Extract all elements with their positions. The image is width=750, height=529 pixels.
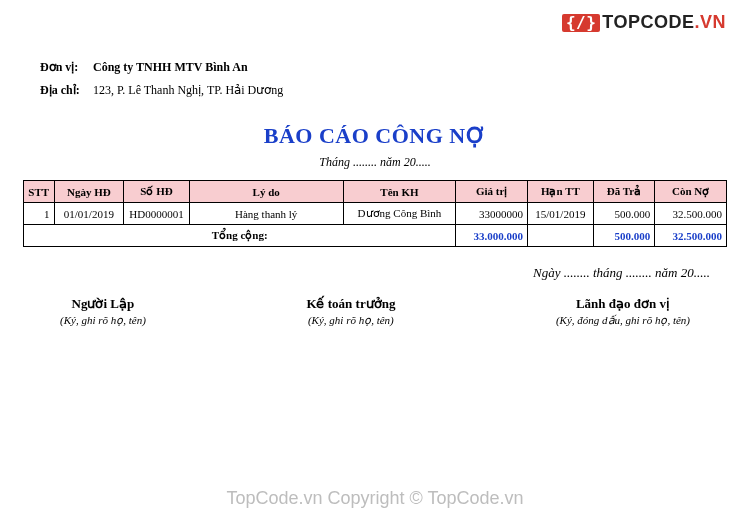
signature-center-role: Kế toán trưởng bbox=[306, 296, 395, 312]
col-da-tra: Đã Trả bbox=[593, 181, 655, 203]
total-han-tt bbox=[528, 225, 594, 247]
unit-label: Đơn vị: bbox=[40, 60, 90, 75]
cell-so-hd: HD0000001 bbox=[124, 203, 190, 225]
signature-right: Lãnh đạo đơn vị (Ký, đóng dấu, ghi rõ họ… bbox=[556, 296, 690, 327]
debt-table: STT Ngày HĐ Số HĐ Lý do Tên KH Giá trị H… bbox=[23, 180, 727, 247]
report-subtitle: Tháng ........ năm 20..... bbox=[0, 155, 750, 170]
signature-right-note: (Ký, đóng dấu, ghi rõ họ, tên) bbox=[556, 314, 690, 327]
cell-ngay-hd: 01/01/2019 bbox=[54, 203, 124, 225]
col-ngay-hd: Ngày HĐ bbox=[54, 181, 124, 203]
signature-left-note: (Ký, ghi rõ họ, tên) bbox=[60, 314, 146, 327]
cell-da-tra: 500.000 bbox=[593, 203, 655, 225]
address-value: 123, P. Lê Thanh Nghị, TP. Hải Dương bbox=[93, 83, 283, 97]
total-gia-tri: 33.000.000 bbox=[456, 225, 528, 247]
cell-gia-tri: 33000000 bbox=[456, 203, 528, 225]
brand-tld: .VN bbox=[694, 12, 726, 32]
sign-date-line: Ngày ........ tháng ........ năm 20..... bbox=[0, 265, 710, 281]
report-title: BÁO CÁO CÔNG NỢ bbox=[0, 123, 750, 149]
total-label: Tổng cộng: bbox=[24, 225, 456, 247]
table-header-row: STT Ngày HĐ Số HĐ Lý do Tên KH Giá trị H… bbox=[24, 181, 727, 203]
col-so-hd: Số HĐ bbox=[124, 181, 190, 203]
signatures: Người Lập (Ký, ghi rõ họ, tên) Kế toán t… bbox=[60, 296, 690, 327]
address-label: Địa chỉ: bbox=[40, 83, 90, 98]
cell-con-no: 32.500.000 bbox=[655, 203, 727, 225]
header-meta: Đơn vị: Công ty TNHH MTV Bình An Địa chỉ… bbox=[40, 60, 750, 98]
signature-center-note: (Ký, ghi rõ họ, tên) bbox=[306, 314, 395, 327]
col-ly-do: Lý do bbox=[189, 181, 343, 203]
signature-center: Kế toán trưởng (Ký, ghi rõ họ, tên) bbox=[306, 296, 395, 327]
col-ten-kh: Tên KH bbox=[343, 181, 456, 203]
col-han-tt: Hạn TT bbox=[528, 181, 594, 203]
signature-left-role: Người Lập bbox=[60, 296, 146, 312]
col-stt: STT bbox=[24, 181, 55, 203]
cell-ten-kh: Dương Công Bình bbox=[343, 203, 456, 225]
watermark: TopCode.vn Copyright © TopCode.vn bbox=[0, 488, 750, 509]
cell-ly-do: Hàng thanh lý bbox=[189, 203, 343, 225]
brand-logo: {/}TOPCODE.VN bbox=[562, 12, 726, 33]
cell-han-tt: 15/01/2019 bbox=[528, 203, 594, 225]
total-da-tra: 500.000 bbox=[593, 225, 655, 247]
signature-right-role: Lãnh đạo đơn vị bbox=[556, 296, 690, 312]
brand-icon: {/} bbox=[562, 14, 600, 32]
brand-name: TOPCODE bbox=[602, 12, 694, 32]
col-con-no: Còn Nợ bbox=[655, 181, 727, 203]
col-gia-tri: Giá trị bbox=[456, 181, 528, 203]
cell-stt: 1 bbox=[24, 203, 55, 225]
unit-value: Công ty TNHH MTV Bình An bbox=[93, 60, 248, 74]
table-total-row: Tổng cộng: 33.000.000 500.000 32.500.000 bbox=[24, 225, 727, 247]
signature-left: Người Lập (Ký, ghi rõ họ, tên) bbox=[60, 296, 146, 327]
total-con-no: 32.500.000 bbox=[655, 225, 727, 247]
table-row: 1 01/01/2019 HD0000001 Hàng thanh lý Dươ… bbox=[24, 203, 727, 225]
